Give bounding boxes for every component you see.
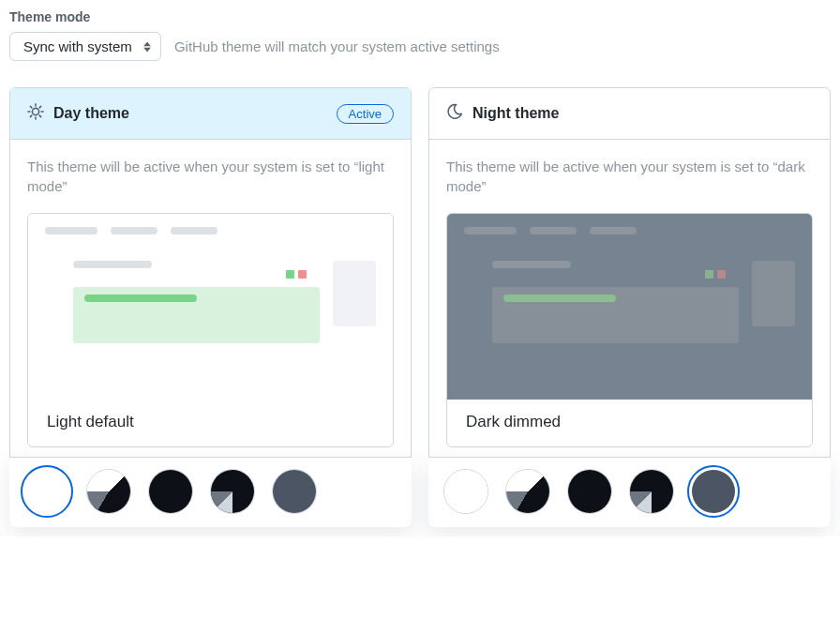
svg-line-8 (39, 106, 40, 107)
day-theme-preview: Light default (27, 213, 394, 447)
night-theme-preview: Dark dimmed (446, 213, 813, 447)
svg-point-0 (32, 108, 38, 114)
theme-mode-label: Theme mode (9, 9, 831, 24)
swatch-dark-default[interactable] (567, 469, 612, 514)
swatch-dark-dimmed[interactable] (272, 469, 317, 514)
theme-cards: Day theme Active This theme will be acti… (9, 87, 831, 527)
active-badge: Active (337, 104, 394, 124)
night-card-description: This theme will be active when your syst… (446, 157, 813, 196)
night-card-header: Night theme (429, 88, 830, 140)
theme-mode-row: Sync with system GitHub theme will match… (9, 32, 831, 61)
theme-mode-helper: GitHub theme will match your system acti… (174, 38, 500, 54)
night-selected-theme-name: Dark dimmed (447, 400, 812, 446)
theme-mode-select[interactable]: Sync with system (9, 32, 161, 61)
day-swatch-strip (9, 457, 412, 527)
swatch-light-default[interactable] (24, 469, 69, 514)
swatch-dark-default[interactable] (148, 469, 193, 514)
day-card-header: Day theme Active (10, 88, 411, 140)
swatch-dark-high-contrast[interactable] (210, 469, 255, 514)
svg-line-5 (30, 106, 31, 107)
night-swatch-strip (428, 457, 831, 527)
svg-line-7 (30, 115, 31, 116)
swatch-light-default[interactable] (443, 469, 488, 514)
day-card-title: Day theme (53, 105, 327, 122)
day-card-description: This theme will be active when your syst… (27, 157, 394, 196)
night-theme-card: Night theme This theme will be active wh… (428, 87, 831, 527)
swatch-light-high-contrast[interactable] (505, 469, 550, 514)
theme-mode-select-value: Sync with system (23, 38, 132, 54)
day-theme-card: Day theme Active This theme will be acti… (9, 87, 412, 527)
day-card-body: This theme will be active when your syst… (10, 140, 411, 457)
theme-preview-image (28, 214, 393, 400)
swatch-dark-high-contrast[interactable] (629, 469, 674, 514)
night-card-body: This theme will be active when your syst… (429, 140, 830, 457)
select-caret-icon (143, 41, 151, 52)
moon-icon (446, 103, 463, 124)
swatch-dark-dimmed[interactable] (691, 469, 736, 514)
svg-line-6 (39, 115, 40, 116)
night-card-title: Night theme (472, 105, 813, 122)
swatch-light-high-contrast[interactable] (86, 469, 131, 514)
theme-preview-image (447, 214, 812, 400)
day-selected-theme-name: Light default (28, 400, 393, 446)
sun-icon (27, 103, 44, 124)
